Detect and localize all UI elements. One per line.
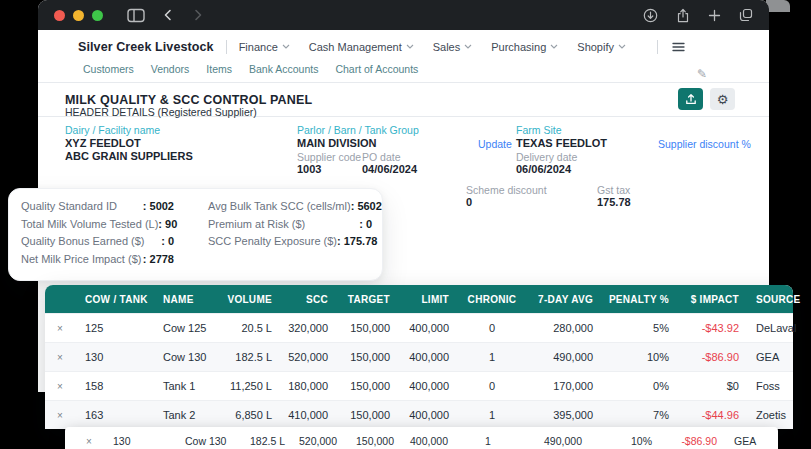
delivery-date-value: 06/06/2024 xyxy=(516,163,571,175)
menu-cash-management[interactable]: Cash Management xyxy=(309,41,414,53)
col-target: TARGET xyxy=(328,294,390,305)
facility-value-1: XYZ FEEDLOT xyxy=(65,137,141,149)
minimize-window-button[interactable] xyxy=(73,10,84,21)
facility-label: Dairy / Facility name xyxy=(65,124,160,136)
edit-pencil-icon[interactable]: ✎ xyxy=(697,67,707,81)
col-limit: LIMIT xyxy=(390,294,449,305)
menu-sales[interactable]: Sales xyxy=(433,41,473,53)
chevron-down-icon xyxy=(618,44,626,49)
delete-row-icon[interactable]: × xyxy=(75,436,103,447)
brand-title[interactable]: Silver Creek Livestock xyxy=(78,40,214,54)
export-button[interactable] xyxy=(678,88,703,110)
upload-icon xyxy=(685,93,697,105)
delete-row-icon[interactable]: × xyxy=(45,323,75,334)
delete-row-icon[interactable]: × xyxy=(45,352,75,363)
po-date-label: PO date xyxy=(362,151,401,163)
nav-divider xyxy=(226,40,227,54)
supplier-discount-link[interactable]: Supplier discount % xyxy=(658,138,751,150)
hamburger-menu-icon[interactable] xyxy=(672,42,685,52)
delete-row-icon[interactable]: × xyxy=(45,381,75,392)
update-link[interactable]: Update xyxy=(478,138,512,150)
chevron-down-icon xyxy=(282,44,290,49)
chevron-down-icon xyxy=(406,44,414,49)
background-window-corner xyxy=(766,0,790,12)
gst-tax-value: 175.78 xyxy=(597,196,631,208)
delete-row-icon[interactable]: × xyxy=(45,410,75,421)
table-row: × 130 Cow 130 182.5 L 520,000 150,000 40… xyxy=(45,342,793,371)
subnav-chart-of-accounts[interactable]: Chart of Accounts xyxy=(335,63,418,75)
new-tab-icon[interactable] xyxy=(708,9,721,22)
gst-tax-label: Gst tax xyxy=(597,184,630,196)
metric-scc-penalty-exposure: SCC Penalty Exposure ($) 175.78 xyxy=(208,235,372,253)
chevron-down-icon xyxy=(550,44,558,49)
col-chronic: CHRONIC xyxy=(449,294,535,305)
page-title: MILK QUALITY & SCC CONTROL PANEL xyxy=(65,93,312,107)
table-row: × 125 Cow 125 20.5 L 320,000 150,000 400… xyxy=(45,313,793,342)
metric-premium-at-risk: Premium at Risk ($) 0 xyxy=(208,218,372,236)
settings-button[interactable]: ⚙ xyxy=(710,88,735,110)
delivery-date-label: Delivery date xyxy=(516,151,577,163)
nav-divider xyxy=(657,40,658,54)
share-icon[interactable] xyxy=(676,8,690,23)
gear-icon: ⚙ xyxy=(717,93,729,106)
menu-purchasing[interactable]: Purchasing xyxy=(491,41,558,53)
downloads-icon[interactable] xyxy=(643,8,658,23)
metric-avg-bulk-tank-scc: Avg Bulk Tank SCC (cells/ml) 5602 xyxy=(208,200,372,218)
chevron-down-icon xyxy=(464,44,472,49)
browser-chrome xyxy=(38,0,769,30)
floating-table-row: × 130 Cow 130 182.5 L 520,000 150,000 40… xyxy=(65,427,778,449)
parlor-label: Parlor / Barn / Tank Group xyxy=(297,124,419,136)
scc-data-table: COW / TANK NAME VOLUME SCC TARGET LIMIT … xyxy=(45,285,793,429)
subnav-items[interactable]: Items xyxy=(206,63,232,75)
metric-net-milk-price-impact: Net Milk Price Impact ($) 2778 xyxy=(21,253,174,271)
back-button[interactable] xyxy=(161,8,175,22)
close-window-button[interactable] xyxy=(54,10,65,21)
table-header-row: COW / TANK NAME VOLUME SCC TARGET LIMIT … xyxy=(45,285,793,313)
table-row: × 158 Tank 1 11,250 L 180,000 150,000 40… xyxy=(45,371,793,400)
scheme-discount-value: 0 xyxy=(466,196,472,208)
col-penalty: PENALTY % xyxy=(593,294,669,305)
metric-quality-standard-id: Quality Standard ID 5002 xyxy=(21,200,174,218)
col-impact: $ IMPACT xyxy=(669,294,739,305)
subnav-customers[interactable]: Customers xyxy=(83,63,134,75)
scheme-discount-label: Scheme discount xyxy=(466,184,547,196)
farm-site-label: Farm Site xyxy=(516,124,562,136)
supplier-code-value: 1003 xyxy=(297,163,321,175)
section-title: HEADER DETAILS (Registered Supplier) xyxy=(65,106,257,118)
metric-total-milk-volume: Total Milk Volume Tested (L) 90 xyxy=(21,218,174,236)
supplier-code-label: Supplier code xyxy=(297,151,361,163)
po-date-value: 04/06/2024 xyxy=(362,163,417,175)
table-row: × 163 Tank 2 6,850 L 410,000 150,000 400… xyxy=(45,400,793,429)
subnav-vendors[interactable]: Vendors xyxy=(151,63,190,75)
col-volume: VOLUME xyxy=(205,294,272,305)
farm-site-value: TEXAS FEEDLOT xyxy=(516,137,607,149)
menu-shopify[interactable]: Shopify xyxy=(577,41,626,53)
forward-button[interactable] xyxy=(191,8,205,22)
parlor-value: MAIN DIVISION xyxy=(297,137,376,149)
facility-value-2: ABC GRAIN SUPPLIERS xyxy=(65,150,193,162)
tab-overview-icon[interactable] xyxy=(739,8,753,22)
col-cow-tank: COW / TANK xyxy=(75,294,153,305)
col-7-day-avg: 7-DAY AVG xyxy=(535,294,593,305)
col-source: SOURCE xyxy=(739,294,793,305)
menu-finance[interactable]: Finance xyxy=(239,41,290,53)
maximize-window-button[interactable] xyxy=(92,10,103,21)
col-name: NAME xyxy=(153,294,205,305)
quality-metrics-panel: Quality Standard ID 5002 Total Milk Volu… xyxy=(8,188,383,281)
subnav-bank-accounts[interactable]: Bank Accounts xyxy=(249,63,318,75)
metric-quality-bonus: Quality Bonus Earned ($) 0 xyxy=(21,235,174,253)
col-scc: SCC xyxy=(272,294,328,305)
sub-navigation: Customers Vendors Items Bank Accounts Ch… xyxy=(38,62,769,76)
sidebar-toggle-icon[interactable] xyxy=(127,8,145,23)
app-navigation: Silver Creek Livestock Finance Cash Mana… xyxy=(38,30,769,83)
